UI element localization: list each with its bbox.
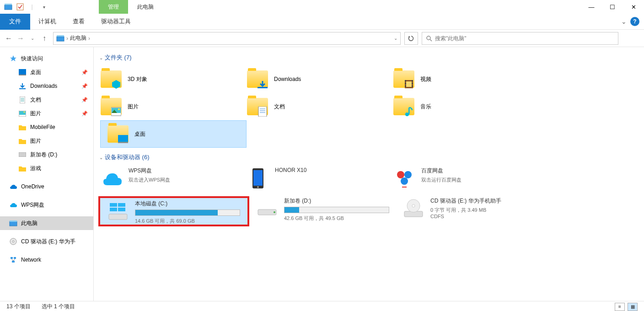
sidebar-label: 图片 [30, 110, 41, 118]
up-button[interactable]: ↑ [39, 33, 49, 43]
svg-rect-58 [118, 203, 125, 207]
drive-honor-phone[interactable]: HONOR X10 [240, 165, 386, 195]
sidebar-label: OneDrive [21, 183, 44, 190]
svg-rect-24 [12, 261, 15, 263]
sidebar-network[interactable]: Network [0, 253, 93, 267]
search-box[interactable] [422, 32, 618, 45]
desktop-icon [118, 134, 128, 144]
svg-point-62 [274, 211, 275, 213]
svg-rect-7 [19, 69, 26, 75]
sidebar-new-volume[interactable]: 新加卷 (D:) [0, 148, 93, 161]
svg-point-40 [118, 108, 120, 110]
search-input[interactable] [435, 35, 614, 42]
forward-button[interactable]: → [16, 33, 26, 43]
sidebar-pictures[interactable]: 图片 📌 [0, 107, 93, 120]
refresh-button[interactable] [404, 32, 418, 45]
chevron-down-icon[interactable]: ⌄ [99, 55, 103, 60]
cd-drive-icon [402, 197, 425, 220]
download-icon [18, 82, 27, 90]
drive-wps[interactable]: WPS网盘 双击进入WPS网盘 [94, 165, 240, 195]
minimize-button[interactable]: — [581, 0, 602, 14]
status-item-count: 13 个项目 [6, 303, 31, 311]
sidebar-cd-drive[interactable]: CD 驱动器 (E:) 华为手 [0, 235, 93, 248]
svg-rect-56 [109, 214, 127, 220]
manage-contextual-tab[interactable]: 管理 [99, 0, 128, 14]
wps-cloud-icon [9, 201, 17, 209]
hdd-icon [256, 197, 279, 220]
svg-point-65 [412, 204, 415, 207]
sidebar-quick-access[interactable]: 快速访问 [0, 52, 93, 65]
navigation-pane[interactable]: 快速访问 桌面 📌 Downloads 📌 文档 📌 图片 📌 MobileFi… [0, 47, 94, 301]
group-devices[interactable]: ⌄ 设备和驱动器 (6) [94, 151, 644, 165]
qat-divider: | [27, 1, 38, 12]
svg-point-21 [12, 241, 14, 242]
address-dropdown-icon[interactable]: ⌄ [394, 36, 397, 41]
storage-bar [135, 209, 240, 216]
address-separator-2[interactable]: › [88, 35, 90, 42]
help-icon[interactable]: ? [630, 17, 639, 26]
content-pane[interactable]: ⌄ 文件夹 (7) 3D 对象 Downloads 视频 图片 文档 [94, 47, 644, 301]
sidebar-documents[interactable]: 文档 📌 [0, 93, 93, 107]
svg-rect-33 [405, 86, 406, 87]
svg-rect-1 [5, 4, 12, 5]
svg-rect-17 [19, 152, 26, 157]
sidebar-label: 快速访问 [21, 55, 43, 63]
svg-rect-35 [412, 83, 413, 84]
sidebar-onedrive[interactable]: OneDrive [0, 180, 93, 193]
file-tab[interactable]: 文件 [0, 14, 30, 30]
svg-rect-48 [118, 142, 128, 143]
view-tab[interactable]: 查看 [64, 14, 93, 30]
folder-desktop[interactable]: 桌面 [100, 120, 247, 148]
svg-rect-41 [258, 107, 267, 117]
qat-dropdown-icon[interactable]: ▾ [38, 1, 49, 12]
back-button[interactable]: ← [4, 33, 14, 43]
view-large-icons-button[interactable]: ▦ [628, 303, 638, 311]
sidebar-label: 此电脑 [21, 220, 38, 227]
svg-rect-46 [408, 107, 410, 114]
folder-documents[interactable]: 文档 [240, 93, 386, 120]
svg-rect-60 [118, 208, 125, 211]
sidebar-pictures-2[interactable]: 图片 [0, 134, 93, 148]
sidebar-label: 图片 [30, 137, 41, 145]
sidebar-games[interactable]: 游戏 [0, 161, 93, 175]
drive-cd-e[interactable]: CD 驱动器 (E:) 华为手机助手 0 字节 可用，共 3.49 MB CDF… [396, 195, 542, 225]
sidebar-mobilefile[interactable]: MobileFile [0, 120, 93, 134]
svg-line-25 [11, 259, 13, 261]
music-note-icon [404, 107, 414, 117]
maximize-button[interactable]: ☐ [602, 0, 623, 14]
folder-3d-objects[interactable]: 3D 对象 [94, 65, 240, 93]
recent-dropdown[interactable]: ⌄ [27, 33, 38, 43]
computer-tab[interactable]: 计算机 [30, 14, 64, 30]
qat-properties-icon[interactable] [15, 1, 26, 12]
svg-rect-47 [118, 135, 128, 142]
sidebar-desktop[interactable]: 桌面 📌 [0, 65, 93, 79]
drive-new-volume-d[interactable]: 新加卷 (D:) 42.6 GB 可用，共 49.5 GB [249, 195, 396, 225]
chevron-down-icon[interactable]: ⌄ [99, 155, 103, 160]
svg-rect-8 [19, 75, 26, 75]
folder-music[interactable]: 音乐 [386, 93, 533, 120]
ribbon-collapse-icon[interactable]: ⌄ [621, 18, 627, 25]
sidebar-label: 新加卷 (D:) [30, 151, 57, 159]
folder-downloads[interactable]: Downloads [240, 65, 386, 93]
document-icon [18, 96, 27, 104]
document-icon [258, 107, 268, 117]
cube-icon [111, 79, 121, 89]
sidebar-this-pc[interactable]: 此电脑 [0, 216, 93, 230]
drive-tools-tab[interactable]: 驱动器工具 [93, 14, 139, 30]
pin-icon: 📌 [81, 111, 88, 117]
close-button[interactable]: ✕ [623, 0, 644, 14]
folder-pictures[interactable]: 图片 [94, 93, 240, 120]
drive-baidu[interactable]: 百度网盘 双击运行百度网盘 [386, 165, 533, 195]
group-folders[interactable]: ⌄ 文件夹 (7) [94, 52, 644, 65]
svg-rect-19 [10, 220, 17, 222]
address-bar[interactable]: › 此电脑 › ⌄ [53, 32, 401, 45]
drive-local-c[interactable]: 本地磁盘 (C:) 14.6 GB 可用，共 69.0 GB [98, 196, 249, 226]
download-arrow-icon [258, 79, 268, 89]
svg-rect-57 [110, 203, 117, 207]
sidebar-downloads[interactable]: Downloads 📌 [0, 79, 93, 93]
view-details-button[interactable]: ≡ [615, 303, 625, 311]
sidebar-wps[interactable]: WPS网盘 [0, 198, 93, 212]
address-text[interactable]: 此电脑 [70, 34, 86, 42]
svg-rect-28 [258, 87, 268, 88]
folder-videos[interactable]: 视频 [386, 65, 533, 93]
